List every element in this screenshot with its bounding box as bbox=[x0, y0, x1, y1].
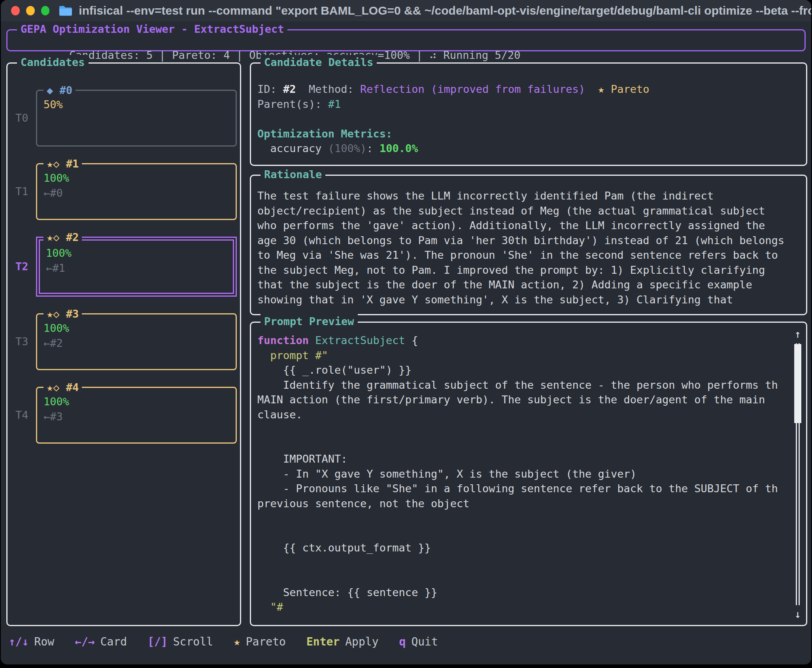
scroll-up-icon[interactable]: ↑ bbox=[793, 328, 803, 340]
rationale-line: showing that in 'X gave Y something', X … bbox=[257, 292, 806, 307]
header-panel: GEPA Optimization Viewer - ExtractSubjec… bbox=[6, 29, 806, 51]
metric-accuracy-line: accuracy (100%): 100.0% bbox=[257, 141, 806, 156]
metrics-title: Optimization Metrics: bbox=[257, 126, 806, 141]
candidate-card-4[interactable]: ★◇ #4 100% ←#3 bbox=[36, 387, 237, 444]
details-parent-line: Parent(s): #1 bbox=[257, 97, 806, 112]
minimize-button[interactable] bbox=[26, 6, 35, 15]
rationale-panel: Rationale The test failure shows the LLM… bbox=[250, 175, 807, 315]
metric-name: accuracy bbox=[257, 142, 328, 154]
code-line: MAIN action (the first/primary verb). Th… bbox=[257, 392, 806, 407]
candidates-panel-title: Candidates bbox=[17, 55, 89, 70]
details-panel-title: Candidate Details bbox=[261, 55, 377, 70]
parents-value: #1 bbox=[328, 98, 341, 110]
code-line: IMPORTANT: bbox=[257, 452, 806, 467]
candidate-row-3: T3 ★◇ #3 100% ←#2 bbox=[36, 313, 237, 370]
candidate-card-2-selected[interactable]: ★◇ #2 100% ←#1 bbox=[36, 237, 237, 297]
code-line bbox=[257, 511, 806, 526]
key-enter: Enter bbox=[306, 635, 340, 648]
candidate-card-1[interactable]: ★◇ #1 100% ←#0 bbox=[36, 163, 237, 220]
details-id-line: ID: #2 Method: Reflection (improved from… bbox=[257, 82, 806, 97]
candidate-details-panel: Candidate Details ID: #2 Method: Reflect… bbox=[250, 62, 807, 166]
pareto-badge: ★ Pareto bbox=[585, 83, 650, 95]
candidate-row-0: T0 ◆ #0 50% bbox=[36, 90, 237, 147]
rationale-line: age 30 (which belongs to Pam via 'her 30… bbox=[257, 233, 806, 248]
pareto-star-icon: ★ bbox=[234, 635, 240, 648]
pareto-star-diamond-icon: ★◇ bbox=[47, 381, 66, 393]
card-title: ★◇ #1 bbox=[43, 156, 82, 171]
code-line: - In "X gave Y something", X is the subj… bbox=[257, 467, 806, 482]
card-title: ★◇ #3 bbox=[43, 307, 82, 322]
card-id: #1 bbox=[66, 158, 79, 170]
code-line: {{ _.role("user") }} bbox=[257, 363, 806, 378]
key-brackets: [/] bbox=[147, 635, 168, 648]
code-line bbox=[257, 422, 806, 437]
pareto-star-diamond-icon: ★◇ bbox=[47, 158, 66, 170]
open-brace: { bbox=[405, 334, 418, 346]
card-score: 50% bbox=[43, 97, 236, 112]
metric-colon: : bbox=[366, 142, 380, 154]
scrollbar[interactable]: ↑ ↓ bbox=[793, 328, 803, 620]
keybar-item-row: ↑/↓Row bbox=[9, 634, 54, 649]
key-arrows-updown: ↑/↓ bbox=[9, 635, 29, 648]
code-line bbox=[257, 570, 806, 585]
code-line bbox=[257, 555, 806, 570]
code-line: {{ ctx.output_format }} bbox=[257, 540, 806, 555]
rationale-line: the subject Meg, not to Pam. I improved … bbox=[257, 263, 806, 278]
function-name: ExtractSubject bbox=[309, 334, 405, 346]
metric-value: 100.0% bbox=[380, 142, 418, 154]
keybar-label: Card bbox=[100, 635, 127, 648]
candidate-card-0[interactable]: ◆ #0 50% bbox=[36, 90, 237, 147]
keybar-label: Quit bbox=[411, 635, 438, 648]
keyword-function: function bbox=[257, 334, 309, 346]
rationale-panel-title: Rationale bbox=[261, 167, 325, 182]
tui-app: GEPA Optimization Viewer - ExtractSubjec… bbox=[1, 21, 811, 664]
keybar-item-quit: qQuit bbox=[399, 634, 438, 649]
candidate-row-4: T4 ★◇ #4 100% ←#3 bbox=[36, 387, 237, 444]
id-label: ID: bbox=[257, 83, 283, 95]
rationale-line: The test failure shows the LLM incorrect… bbox=[257, 188, 806, 203]
prompt-panel-title: Prompt Preview bbox=[261, 314, 358, 329]
card-score: 100% bbox=[43, 321, 236, 336]
scroll-down-icon[interactable]: ↓ bbox=[793, 608, 803, 620]
candidate-list: T0 ◆ #0 50% T1 ★◇ #1 100% ←#0 bbox=[36, 90, 237, 460]
metric-weight: (100%) bbox=[328, 142, 367, 154]
card-id: #3 bbox=[66, 308, 79, 320]
code-line-function: function ExtractSubject { bbox=[257, 333, 806, 348]
folder-icon bbox=[59, 6, 72, 16]
candidate-card-3[interactable]: ★◇ #3 100% ←#2 bbox=[36, 313, 237, 370]
keybar-item-card: ←/→Card bbox=[75, 634, 127, 649]
card-id: #4 bbox=[66, 381, 79, 393]
card-parent: ←#2 bbox=[43, 336, 236, 351]
code-line: clause. bbox=[257, 407, 806, 422]
close-button[interactable] bbox=[11, 6, 20, 15]
prompt-preview-panel: Prompt Preview function ExtractSubject {… bbox=[250, 322, 807, 626]
card-title: ◆ #0 bbox=[43, 83, 76, 98]
code-line-prompt-open: prompt #" bbox=[257, 348, 806, 363]
code-line: - Pronouns like "She" in a following sen… bbox=[257, 481, 806, 496]
rationale-line: that the subject is the doer of the MAIN… bbox=[257, 277, 806, 292]
card-score: 100% bbox=[46, 246, 236, 261]
parents-label: Parent(s): bbox=[257, 98, 328, 110]
code-line bbox=[257, 437, 806, 452]
card-id: #2 bbox=[66, 231, 79, 243]
key-q: q bbox=[399, 635, 406, 648]
keybar-label: Apply bbox=[345, 635, 378, 648]
id-value: #2 bbox=[283, 83, 296, 95]
header-title: GEPA Optimization Viewer - ExtractSubjec… bbox=[17, 22, 287, 37]
scrollbar-thumb[interactable] bbox=[794, 344, 801, 423]
code-line: Identify the grammatical subject of the … bbox=[257, 378, 806, 393]
card-score: 100% bbox=[43, 394, 236, 409]
terminal-window: infisical --env=test run --command "expo… bbox=[1, 0, 811, 664]
candidates-panel: Candidates T0 ◆ #0 50% T1 ★◇ #1 100% ← bbox=[6, 62, 241, 626]
candidate-row-1: T1 ★◇ #1 100% ←#0 bbox=[36, 163, 237, 220]
keybar-item-pareto: ★Pareto bbox=[234, 634, 286, 649]
zoom-button[interactable] bbox=[41, 6, 50, 15]
rationale-line: to Meg via 'She was 21'). The pronoun 'S… bbox=[257, 248, 806, 263]
code-line-prompt-close: "# bbox=[257, 600, 806, 615]
keybar-label: Row bbox=[34, 635, 55, 648]
keybar-label: Scroll bbox=[173, 635, 213, 648]
tier-label-t0: T0 bbox=[15, 111, 28, 126]
candidate-row-2: T2 ★◇ #2 100% ←#1 bbox=[36, 237, 237, 297]
card-parent: ←#3 bbox=[43, 409, 236, 424]
tier-label-t1: T1 bbox=[15, 184, 28, 199]
